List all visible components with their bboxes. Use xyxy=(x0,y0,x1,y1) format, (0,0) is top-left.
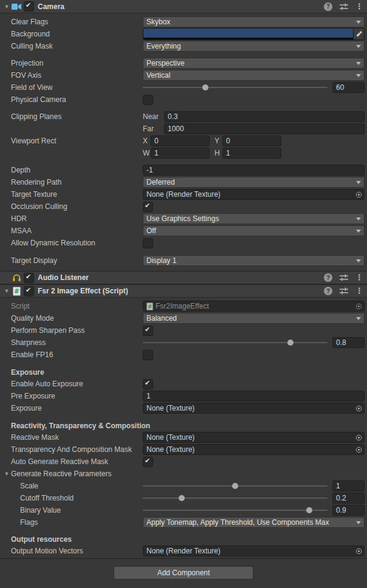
scale-slider[interactable] xyxy=(143,485,328,487)
rendering-path-dropdown[interactable]: Deferred xyxy=(143,177,365,188)
clear-flags-dropdown[interactable]: Skybox xyxy=(143,16,365,27)
transparency-and-composition-mask-label: Transparency And Composition Mask xyxy=(0,445,143,454)
audio-listener-component-header[interactable]: Audio Listener ? ⋮ xyxy=(0,271,367,284)
slider-handle[interactable] xyxy=(232,483,238,489)
chevron-down-icon xyxy=(356,62,361,65)
slider-handle[interactable] xyxy=(179,495,185,501)
perform-sharpen-pass-checkbox[interactable] xyxy=(143,326,153,336)
alpha-bar xyxy=(143,38,353,39)
cutoff-threshold-input[interactable]: 0.2 xyxy=(332,493,365,504)
exposure-texture-label: Exposure xyxy=(0,404,143,412)
pre-exposure-input[interactable]: 1 xyxy=(143,391,365,402)
help-icon[interactable]: ? xyxy=(324,2,332,11)
cutoff-threshold-slider[interactable] xyxy=(143,497,328,499)
camera-component-header[interactable]: ▼ Camera ? ⋮ xyxy=(0,0,367,13)
kebab-menu-icon[interactable]: ⋮ xyxy=(355,287,363,295)
allow-dynamic-resolution-checkbox[interactable] xyxy=(143,238,153,248)
chevron-down-icon xyxy=(356,181,361,184)
sharpness-row: Sharpness 0.8 xyxy=(0,337,367,349)
slider-handle[interactable] xyxy=(306,507,312,513)
binary-value-input[interactable]: 0.9 xyxy=(332,505,365,516)
y-label: Y xyxy=(214,137,222,145)
fsr2-foldout-icon[interactable]: ▼ xyxy=(2,284,11,298)
slider-handle[interactable] xyxy=(287,340,293,346)
transparency-and-composition-mask-field[interactable]: None (Texture) xyxy=(143,444,365,455)
output-motion-vectors-field[interactable]: None (Render Texture) xyxy=(143,545,365,556)
auto-generate-reactive-mask-checkbox[interactable] xyxy=(143,457,153,467)
target-texture-row: Target Texture None (Render Texture) xyxy=(0,188,367,200)
field-of-view-input[interactable]: 60 xyxy=(332,82,365,93)
help-icon[interactable]: ? xyxy=(324,287,332,295)
slider-handle[interactable] xyxy=(202,84,208,91)
object-picker-icon[interactable] xyxy=(353,546,364,556)
generate-reactive-parameters-foldout-icon[interactable]: ▼ xyxy=(2,468,11,480)
flags-dropdown[interactable]: Apply Tonemap, Apply Threshold, Use Comp… xyxy=(143,517,365,528)
culling-mask-label: Culling Mask xyxy=(0,42,143,50)
depth-input[interactable]: -1 xyxy=(143,165,365,176)
viewport-h-input[interactable]: 1 xyxy=(222,148,281,159)
physical-camera-checkbox[interactable] xyxy=(143,95,153,105)
reactive-mask-field[interactable]: None (Texture) xyxy=(143,432,365,443)
physical-camera-row: Physical Camera xyxy=(0,94,367,106)
script-field[interactable]: # Fsr2ImageEffect xyxy=(143,301,365,312)
target-display-dropdown[interactable]: Display 1 xyxy=(143,255,365,266)
camera-title: Camera xyxy=(38,2,64,11)
msaa-dropdown[interactable]: Off xyxy=(143,225,365,236)
viewport-w-input[interactable]: 1 xyxy=(151,148,210,159)
fsr2-component-header[interactable]: ▼ # Fsr 2 Image Effect (Script) ? ⋮ xyxy=(0,284,367,298)
projection-dropdown[interactable]: Perspective xyxy=(143,58,365,69)
background-color-field[interactable] xyxy=(143,28,365,40)
clipping-planes-far-row: Far 1000 xyxy=(0,123,367,135)
occlusion-culling-checkbox[interactable] xyxy=(143,202,153,212)
target-texture-field[interactable]: None (Render Texture) xyxy=(143,189,365,200)
allow-dynamic-resolution-row: Allow Dynamic Resolution xyxy=(0,237,367,249)
fov-axis-row: FOV Axis Vertical xyxy=(0,69,367,81)
viewport-rect-wh-row: W 1 H 1 xyxy=(0,147,367,159)
field-of-view-slider[interactable] xyxy=(143,87,328,88)
sharpness-slider[interactable] xyxy=(143,342,328,343)
quality-mode-dropdown[interactable]: Balanced xyxy=(143,313,365,324)
chevron-down-icon xyxy=(356,74,361,77)
culling-mask-dropdown[interactable]: Everything xyxy=(143,41,365,52)
exposure-texture-field[interactable]: None (Texture) xyxy=(143,403,365,414)
far-input[interactable]: 1000 xyxy=(164,123,365,134)
scale-input[interactable]: 1 xyxy=(332,480,365,491)
presets-icon[interactable] xyxy=(340,3,348,10)
object-picker-icon[interactable] xyxy=(353,445,364,454)
audio-listener-enabled-checkbox[interactable] xyxy=(24,273,34,283)
object-picker-icon[interactable] xyxy=(353,432,364,442)
kebab-menu-icon[interactable]: ⋮ xyxy=(355,2,363,11)
sharpness-input[interactable]: 0.8 xyxy=(332,337,365,348)
script-row: Script # Fsr2ImageEffect xyxy=(0,300,367,312)
add-component-button[interactable]: Add Component xyxy=(114,566,253,579)
x-label: X xyxy=(143,137,151,145)
help-icon[interactable]: ? xyxy=(324,273,332,282)
near-input[interactable]: 0.3 xyxy=(164,111,365,122)
camera-section: Clear Flags Skybox Background Culling Ma… xyxy=(0,13,367,267)
camera-enabled-checkbox[interactable] xyxy=(24,1,34,12)
script-icon: # xyxy=(143,301,156,311)
enable-auto-exposure-checkbox[interactable] xyxy=(143,379,153,389)
exposure-section-header: Exposure xyxy=(0,367,367,378)
generate-reactive-parameters-label: Generate Reactive Parameters xyxy=(11,470,111,478)
binary-value-slider[interactable] xyxy=(143,510,328,511)
fsr2-enabled-checkbox[interactable] xyxy=(24,286,34,296)
eyedropper-button[interactable] xyxy=(353,29,364,39)
presets-icon[interactable] xyxy=(340,274,348,281)
hdr-dropdown[interactable]: Use Graphics Settings xyxy=(143,213,365,224)
kebab-menu-icon[interactable]: ⋮ xyxy=(355,273,363,282)
generate-reactive-parameters-row[interactable]: ▼ Generate Reactive Parameters xyxy=(0,468,367,480)
fsr2-section: Script # Fsr2ImageEffect Quality Mode Ba… xyxy=(0,298,367,557)
rendering-path-row: Rendering Path Deferred xyxy=(0,176,367,188)
viewport-y-input[interactable]: 0 xyxy=(222,135,281,146)
color-swatch[interactable] xyxy=(143,29,353,39)
presets-icon[interactable] xyxy=(340,287,348,295)
fov-axis-dropdown[interactable]: Vertical xyxy=(143,70,365,81)
object-picker-icon[interactable] xyxy=(353,301,364,311)
viewport-x-input[interactable]: 0 xyxy=(151,135,210,146)
object-picker-icon[interactable] xyxy=(353,190,364,199)
camera-foldout-icon[interactable]: ▼ xyxy=(2,0,11,13)
clipping-planes-near-row: Clipping Planes Near 0.3 xyxy=(0,111,367,123)
object-picker-icon[interactable] xyxy=(353,403,364,413)
enable-fp16-checkbox[interactable] xyxy=(143,350,153,360)
